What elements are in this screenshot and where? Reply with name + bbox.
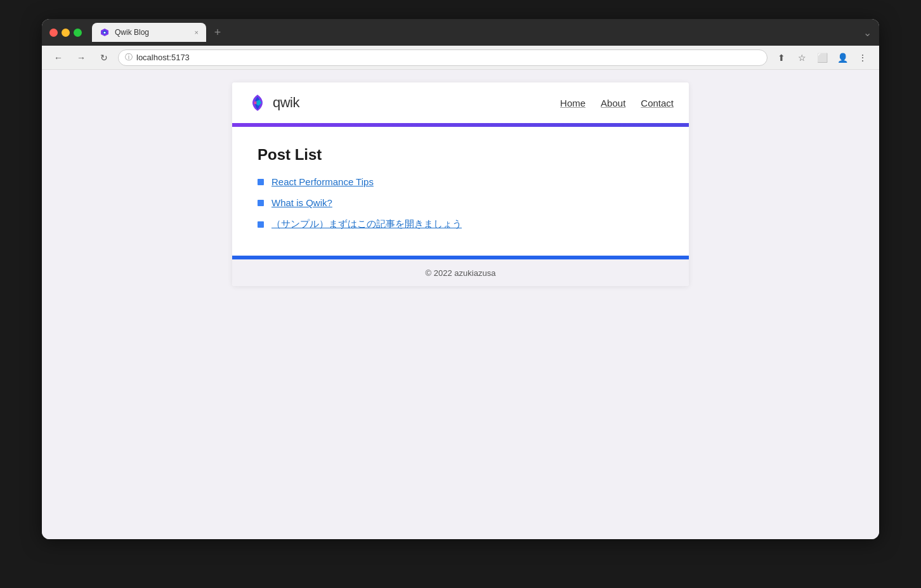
more-options-icon[interactable]: ⋮ (854, 49, 872, 67)
site-logo[interactable]: qwik (247, 93, 299, 113)
site-main-content: Post List React Performance Tips What is… (232, 127, 689, 256)
list-item: React Performance Tips (258, 176, 663, 187)
new-tab-button[interactable]: + (209, 23, 226, 41)
url-info-icon: ⓘ (125, 52, 133, 63)
nav-about-link[interactable]: About (601, 98, 625, 108)
site-wrapper: qwik Home About Contact Post List React … (232, 82, 689, 286)
window-controls-dropdown[interactable]: ⌄ (863, 27, 872, 39)
list-item: What is Qwik? (258, 197, 663, 208)
back-button[interactable]: ← (49, 49, 67, 67)
post-link-1[interactable]: React Performance Tips (271, 176, 374, 187)
bullet-icon (258, 200, 264, 206)
address-bar[interactable]: ⓘ localhost:5173 (118, 49, 768, 66)
traffic-lights (49, 29, 82, 37)
active-tab[interactable]: Qwik Blog × (92, 23, 206, 42)
site-navigation: Home About Contact (560, 98, 674, 108)
profile-icon[interactable]: 👤 (833, 49, 851, 67)
minimize-button[interactable] (62, 29, 70, 37)
extensions-icon[interactable]: ⬜ (813, 49, 831, 67)
list-item: （サンプル）まずはこの記事を開きましょう (258, 218, 663, 230)
site-footer: © 2022 azukiazusa (232, 259, 689, 286)
bookmark-icon[interactable]: ☆ (793, 49, 811, 67)
title-bar: Qwik Blog × + ⌄ (42, 19, 879, 46)
nav-contact-link[interactable]: Contact (641, 98, 674, 108)
post-list: React Performance Tips What is Qwik? （サン… (258, 176, 663, 230)
close-button[interactable] (49, 29, 58, 37)
fullscreen-button[interactable] (74, 29, 82, 37)
tab-close-button[interactable]: × (195, 29, 199, 36)
nav-home-link[interactable]: Home (560, 98, 585, 108)
nav-bar: ← → ↻ ⓘ localhost:5173 ⬆ ☆ ⬜ 👤 ⋮ (42, 46, 879, 70)
page-content-area: qwik Home About Contact Post List React … (42, 70, 879, 539)
logo-text: qwik (273, 95, 299, 111)
tab-title: Qwik Blog (115, 28, 149, 37)
site-header: qwik Home About Contact (232, 82, 689, 123)
post-list-heading: Post List (258, 146, 663, 164)
qwik-logo-icon (247, 93, 268, 113)
browser-window: Qwik Blog × + ⌄ ← → ↻ ⓘ localhost:5173 ⬆… (42, 19, 879, 539)
browser-toolbar-icons: ⬆ ☆ ⬜ 👤 ⋮ (773, 49, 872, 67)
bullet-icon (258, 179, 264, 185)
tab-favicon-icon (100, 27, 110, 37)
forward-button[interactable]: → (72, 49, 90, 67)
bullet-icon (258, 221, 264, 228)
reload-button[interactable]: ↻ (95, 49, 113, 67)
post-link-3[interactable]: （サンプル）まずはこの記事を開きましょう (271, 218, 462, 230)
copyright-text: © 2022 azukiazusa (426, 268, 496, 278)
url-text: localhost:5173 (136, 53, 190, 62)
post-link-2[interactable]: What is Qwik? (271, 197, 332, 208)
tab-bar: Qwik Blog × + (92, 23, 858, 42)
share-icon[interactable]: ⬆ (773, 49, 790, 67)
